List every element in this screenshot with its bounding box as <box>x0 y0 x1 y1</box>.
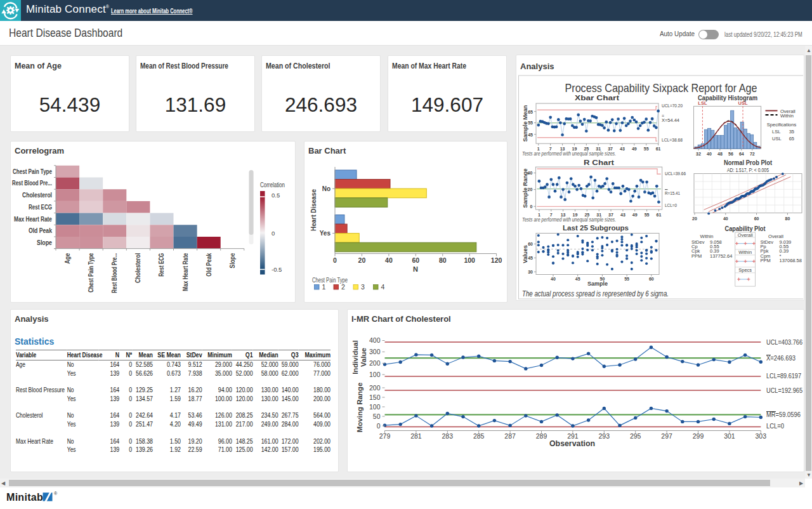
svg-text:Yes: Yes <box>320 230 331 237</box>
svg-text:283: 283 <box>442 432 454 440</box>
svg-text:USL: USL <box>738 100 748 106</box>
svg-text:Max Heart Rate: Max Heart Rate <box>14 216 52 223</box>
svg-text:299: 299 <box>693 432 704 440</box>
svg-text:LSL: LSL <box>772 129 780 135</box>
svg-text:55: 55 <box>644 147 649 151</box>
svg-text:303: 303 <box>756 432 767 440</box>
svg-text:137752.64: 137752.64 <box>710 253 732 258</box>
svg-text:Tests are performed with unequ: Tests are performed with unequal sample … <box>522 150 616 157</box>
svg-text:40: 40 <box>551 276 556 281</box>
svg-text:293: 293 <box>599 432 610 440</box>
svg-text:55: 55 <box>528 121 533 125</box>
svg-text:0: 0 <box>377 422 381 430</box>
svg-text:Cholesterol: Cholesterol <box>134 253 141 283</box>
svg-text:Cholesterol: Cholesterol <box>22 192 52 199</box>
svg-text:60: 60 <box>649 276 654 281</box>
svg-text:2: 2 <box>341 283 345 291</box>
svg-text:137068.58: 137068.58 <box>780 258 802 263</box>
svg-text:Normal Prob Plot: Normal Prob Plot <box>724 159 772 166</box>
svg-text:30: 30 <box>528 270 533 274</box>
svg-text:279: 279 <box>379 432 391 440</box>
svg-text:32: 32 <box>696 152 701 156</box>
svg-text:Observation: Observation <box>549 439 595 448</box>
svg-text:Rest ECG: Rest ECG <box>29 204 52 211</box>
svg-text:61: 61 <box>656 147 661 151</box>
svg-text:Slope: Slope <box>37 239 52 246</box>
svg-text:0: 0 <box>530 204 532 209</box>
svg-text:R Chart: R Chart <box>584 159 614 166</box>
svg-text:40: 40 <box>528 171 533 175</box>
svg-text:PPM: PPM <box>691 253 702 258</box>
svg-text:49: 49 <box>632 213 638 217</box>
svg-text:LCL=0: LCL=0 <box>665 202 677 208</box>
svg-text:120: 120 <box>491 256 502 264</box>
svg-text:Within: Within <box>700 234 714 239</box>
svg-text:LSL: LSL <box>698 100 707 106</box>
svg-text:UCL=70.20: UCL=70.20 <box>662 103 683 109</box>
svg-text:Within: Within <box>738 249 752 255</box>
svg-text:72: 72 <box>750 152 755 156</box>
svg-text:61: 61 <box>657 213 662 217</box>
svg-text:LCL=0: LCL=0 <box>766 422 784 430</box>
svg-text:301: 301 <box>724 432 735 440</box>
svg-text:The actual process spread is r: The actual process spread is represented… <box>522 289 669 298</box>
svg-text:289: 289 <box>536 432 547 440</box>
svg-text:Old Peak: Old Peak <box>206 253 213 276</box>
svg-text:297: 297 <box>661 432 672 440</box>
svg-text:Tests are performed with unequ: Tests are performed with unequal sample … <box>522 216 616 222</box>
svg-text:Rest Blood Pre...: Rest Blood Pre... <box>12 180 52 187</box>
svg-text:40: 40 <box>723 216 728 220</box>
svg-text:4: 4 <box>381 283 385 291</box>
svg-text:Slope: Slope <box>229 253 236 268</box>
svg-text:LCL=89.6197: LCL=89.6197 <box>766 372 801 380</box>
svg-text:Rest ECG: Rest ECG <box>159 253 166 277</box>
svg-text:20: 20 <box>528 187 533 192</box>
svg-text:UCL=39.66: UCL=39.66 <box>665 170 686 176</box>
svg-text:Correlation: Correlation <box>260 182 285 188</box>
svg-text:45: 45 <box>528 132 533 136</box>
svg-text:Specifications: Specifications <box>767 121 797 127</box>
svg-text:Specs: Specs <box>738 267 752 273</box>
svg-text:56: 56 <box>728 152 733 156</box>
svg-text:60: 60 <box>528 242 533 246</box>
svg-text:49: 49 <box>632 147 637 151</box>
svg-text:Moving Range: Moving Range <box>356 383 363 433</box>
svg-text:No: No <box>322 185 331 192</box>
svg-text:Heart Disease: Heart Disease <box>310 189 317 231</box>
svg-text:200: 200 <box>369 359 381 367</box>
svg-text:281: 281 <box>410 432 422 440</box>
svg-text:Chest Pain Type: Chest Pain Type <box>13 168 52 175</box>
svg-text:-0.5: -0.5 <box>272 266 282 273</box>
svg-text:Sample: Sample <box>587 281 608 287</box>
svg-text:80: 80 <box>439 256 447 264</box>
svg-text:20: 20 <box>358 256 366 264</box>
svg-text:300: 300 <box>369 348 381 355</box>
svg-text:50: 50 <box>373 413 381 420</box>
svg-text:Values: Values <box>522 245 528 263</box>
svg-text:43: 43 <box>620 213 625 217</box>
svg-text:UCL=192.965: UCL=192.965 <box>766 387 802 394</box>
svg-text:Chest Pain Type: Chest Pain Type <box>88 253 95 292</box>
svg-text:Overall: Overall <box>738 232 753 237</box>
svg-text:65: 65 <box>528 109 533 114</box>
svg-text:UCL=403.766: UCL=403.766 <box>766 338 802 346</box>
svg-text:35: 35 <box>789 129 794 135</box>
svg-text:150: 150 <box>369 393 381 401</box>
svg-text:PPM: PPM <box>761 258 771 263</box>
svg-text:40: 40 <box>707 152 712 156</box>
svg-text:Sample Mean: Sample Mean <box>522 105 528 142</box>
svg-text:0: 0 <box>333 256 337 264</box>
svg-text:45: 45 <box>528 256 533 260</box>
svg-text:43: 43 <box>620 147 625 151</box>
svg-text:285: 285 <box>473 432 485 440</box>
svg-text:400: 400 <box>369 336 381 344</box>
svg-text:Old Peak: Old Peak <box>29 227 52 234</box>
svg-text:64: 64 <box>739 152 744 156</box>
svg-text:X=54.44: X=54.44 <box>662 117 679 123</box>
svg-text:Age: Age <box>64 253 71 263</box>
svg-text:295: 295 <box>630 432 641 440</box>
svg-text:100: 100 <box>369 371 381 378</box>
svg-text:Last 25 Subgroups: Last 25 Subgroups <box>563 224 629 232</box>
svg-text:45: 45 <box>575 276 580 281</box>
svg-text:48: 48 <box>717 152 723 156</box>
